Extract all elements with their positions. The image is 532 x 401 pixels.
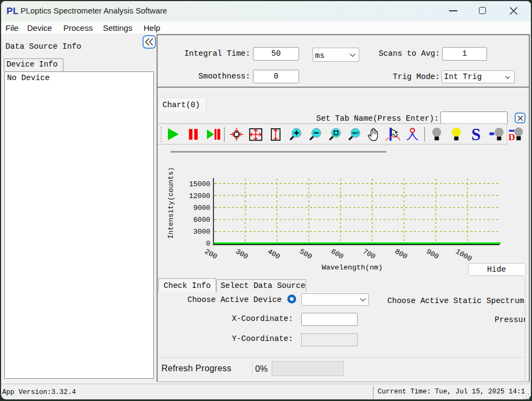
svg-text:D: D	[508, 132, 515, 142]
svg-text:SET: SET	[352, 131, 359, 135]
svg-text:S: S	[471, 125, 481, 144]
